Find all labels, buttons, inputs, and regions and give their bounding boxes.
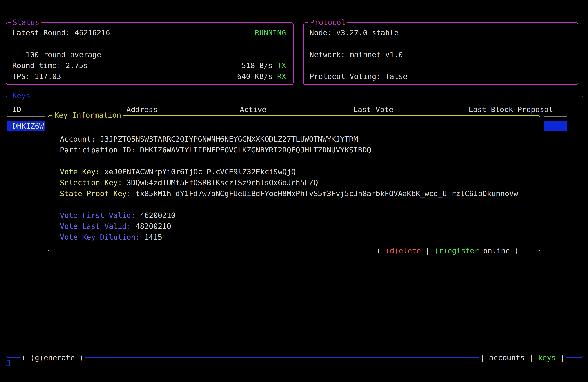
register-online-button[interactable]: (r)egister [434,246,479,255]
status-panel-title: Status [11,17,41,28]
rx-rate-value: 640 KB/s [237,72,277,81]
terminal-screen: { "colors": { "background": "#000000", "… [0,0,588,382]
latest-round-value: Latest Round: 46216216 [12,27,110,38]
column-header-address: Address [126,104,158,115]
key-information-modal-title: Key Information [53,110,123,121]
participation-id-label: Participation ID: [60,146,140,154]
controls-close-paren: online ) [479,246,519,255]
selection-key-line: Selection Key: 3DQw64zdIUMt5EfOSRBIKsczl… [60,177,518,188]
table-row-selected-id-cell[interactable]: DHKIZ6W [7,121,45,131]
tab-accounts[interactable]: accounts [489,353,525,362]
column-header-last-vote: Last Vote [353,104,393,115]
column-header-active: Active [240,104,266,115]
status-panel: Status Latest Round: 46216216 RUNNING --… [6,22,294,85]
tx-rate-value: 518 B/s [242,61,277,70]
column-header-id: ID [12,104,21,115]
selection-key-label: Selection Key: [60,178,126,187]
account-line: Account: J3JPZTQ5NSW3TARRC2QIYPGNWNH6NEY… [60,134,518,145]
tx-rate: 518 B/s TX [242,60,286,71]
column-header-last-block-proposal: Last Block Proposal [469,104,553,115]
rx-rate: 640 KB/s RX [237,71,286,82]
vote-key-dilution-value: 1415 [145,233,162,241]
key-information-modal: Key Information Account: J3JPZTQ5NSW3TAR… [48,115,540,251]
tab-keys[interactable]: keys [538,353,556,362]
header-separator-right [544,116,567,117]
selection-key-value: 3DQw64zdIUMt5EfOSRBIKsczlSz9chTsOx6oJch5… [126,178,318,187]
protocol-voting: Protocol Voting: false [310,71,407,82]
table-row-selected-right-cell[interactable] [544,121,567,131]
node-version: Node: v3.27.0-stable [310,27,399,38]
account-value: J3JPZTQ5NSW3TARRC2QIYPGNWNH6NEYGGNXXKODL… [100,135,358,143]
protocol-panel-title: Protocol [308,17,347,28]
tabs-open-bar: | [480,353,489,362]
participation-id-line: Participation ID: DHKIZ6WAVTYLIIPNFPEOVG… [60,145,518,155]
vote-key-label: Vote Key: [60,168,105,176]
participation-id-value: DHKIZ6WAVTYLIIPNFPEOVGLKZGNBYRI2RQEQJHLT… [140,146,371,154]
tabs-close-bar: | [556,353,565,362]
network-name: Network: mainnet-v1.0 [310,49,403,60]
delete-button[interactable]: (d)elete [385,246,421,255]
modal-controls: ( (d)elete | (r)egister online ) [375,245,520,256]
blank-line [60,155,518,166]
vote-key-dilution-label: Vote Key Dilution: [60,233,145,241]
generate-button[interactable]: ( (g)enerate ) [20,352,85,363]
controls-open-paren: ( [377,246,385,255]
protocol-panel: Protocol Node: v3.27.0-stable Network: m… [303,22,578,85]
vote-last-valid-label: Vote Last Valid: [60,222,136,231]
header-separator-left [7,116,45,117]
vote-key-dilution-line: Vote Key Dilution: 1415 [60,232,518,243]
view-tabs: | accounts | keys | [479,352,566,363]
vote-first-valid-value: 46200210 [140,211,176,220]
round-time-value: Round time: 2.75s [12,60,88,71]
controls-separator-bar: | [421,246,434,255]
state-proof-key-value: tx85kM1h-dY1Fd7w7oNCgFUeUiBdFYoeH8MxPhTv… [136,189,518,198]
blank-line [60,199,518,210]
vote-first-valid-label: Vote First Valid: [60,211,140,220]
tx-label: TX [277,61,286,70]
vote-first-valid-line: Vote First Valid: 46200210 [60,210,518,221]
vote-key-value: xeJ0ENIACWNrpYi0r6IjOc_PlcVCE9lZ32EkciSw… [105,168,296,176]
state-proof-key-label: State Proof Key: [60,189,136,198]
vote-last-valid-value: 48200210 [136,222,171,231]
keys-panel-title: Keys [10,90,32,101]
tabs-separator-bar: | [525,353,538,362]
state-proof-key-line: State Proof Key: tx85kM1h-dY1Fd7w7oNCgFU… [60,188,518,199]
key-information-content: Account: J3JPZTQ5NSW3TARRC2QIYPGNWNH6NEY… [60,134,518,243]
vote-key-line: Vote Key: xeJ0ENIACWNrpYi0r6IjOc_PlcVCE9… [60,166,518,177]
rx-label: RX [277,72,286,81]
vote-last-valid-line: Vote Last Valid: 48200210 [60,221,518,232]
node-state-badge: RUNNING [255,27,286,38]
account-label: Account: [60,135,100,143]
tps-value: TPS: 117.03 [12,71,61,82]
round-average-header: -- 100 round average -- [12,49,115,60]
panel-corner-glyph: J [6,358,11,368]
